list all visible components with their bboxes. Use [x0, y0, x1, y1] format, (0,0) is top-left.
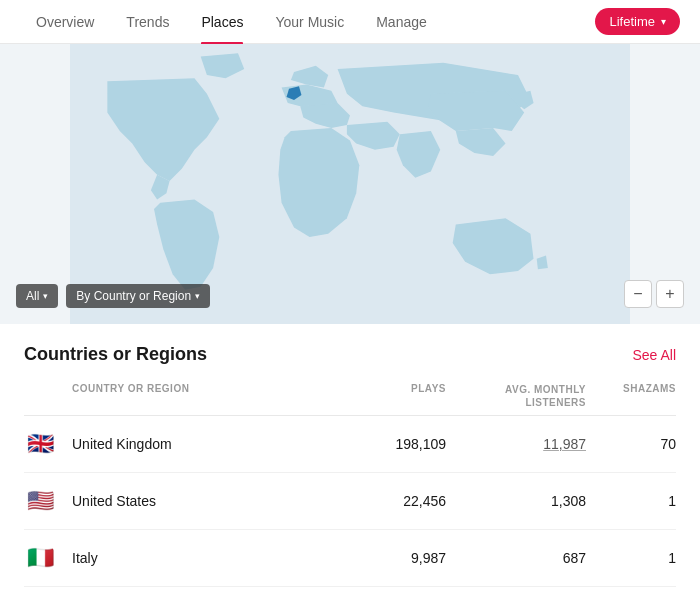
tab-your-music[interactable]: Your Music: [259, 0, 360, 44]
col-header-shazams: SHAZAMS: [586, 383, 676, 409]
country-name-uk: United Kingdom: [72, 436, 346, 452]
zoom-out-button[interactable]: −: [624, 280, 652, 308]
table-row: 🇬🇧 United Kingdom 198,109 11,987 70: [24, 416, 676, 473]
section-header: Countries or Regions See All: [24, 344, 676, 365]
tab-places[interactable]: Places: [185, 0, 259, 44]
tab-manage[interactable]: Manage: [360, 0, 443, 44]
lifetime-chevron-icon: ▾: [661, 16, 666, 27]
section-title: Countries or Regions: [24, 344, 207, 365]
uk-flag-icon: 🇬🇧: [24, 428, 56, 460]
shazams-us: 1: [586, 493, 676, 509]
col-header-flag: [24, 383, 72, 409]
filter-region-button[interactable]: By Country or Region ▾: [66, 284, 210, 308]
country-name-us: United States: [72, 493, 346, 509]
map-controls-bottom: All ▾ By Country or Region ▾: [16, 284, 210, 308]
table-header: COUNTRY OR REGION PLAYS AVG. MONTHLY LIS…: [24, 377, 676, 416]
table-row: 🇮🇹 Italy 9,987 687 1: [24, 530, 676, 587]
see-all-link[interactable]: See All: [632, 347, 676, 363]
map-container: All ▾ By Country or Region ▾ − +: [0, 44, 700, 324]
filter-all-button[interactable]: All ▾: [16, 284, 58, 308]
countries-section: Countries or Regions See All COUNTRY OR …: [0, 324, 700, 587]
col-header-plays: PLAYS: [346, 383, 446, 409]
map-svg: [0, 44, 700, 324]
plays-us: 22,456: [346, 493, 446, 509]
lifetime-button[interactable]: Lifetime ▾: [595, 8, 680, 35]
plays-uk: 198,109: [346, 436, 446, 452]
avg-monthly-it: 687: [446, 550, 586, 566]
flag-uk: 🇬🇧: [24, 428, 72, 460]
tab-overview[interactable]: Overview: [20, 0, 110, 44]
map-zoom-controls: − +: [624, 280, 684, 308]
nav-tabs: Overview Trends Places Your Music Manage: [20, 0, 595, 44]
it-flag-icon: 🇮🇹: [24, 542, 56, 574]
flag-it: 🇮🇹: [24, 542, 72, 574]
avg-monthly-uk[interactable]: 11,987: [446, 436, 586, 452]
avg-monthly-us: 1,308: [446, 493, 586, 509]
shazams-uk: 70: [586, 436, 676, 452]
countries-table: COUNTRY OR REGION PLAYS AVG. MONTHLY LIS…: [24, 377, 676, 587]
table-row: 🇺🇸 United States 22,456 1,308 1: [24, 473, 676, 530]
country-name-it: Italy: [72, 550, 346, 566]
nav-bar: Overview Trends Places Your Music Manage…: [0, 0, 700, 44]
plays-it: 9,987: [346, 550, 446, 566]
flag-us: 🇺🇸: [24, 485, 72, 517]
shazams-it: 1: [586, 550, 676, 566]
filter-region-chevron-icon: ▾: [195, 291, 200, 301]
tab-trends[interactable]: Trends: [110, 0, 185, 44]
col-header-country: COUNTRY OR REGION: [72, 383, 346, 409]
zoom-in-button[interactable]: +: [656, 280, 684, 308]
filter-all-chevron-icon: ▾: [43, 291, 48, 301]
col-header-avg-monthly: AVG. MONTHLY LISTENERS: [446, 383, 586, 409]
us-flag-icon: 🇺🇸: [24, 485, 56, 517]
